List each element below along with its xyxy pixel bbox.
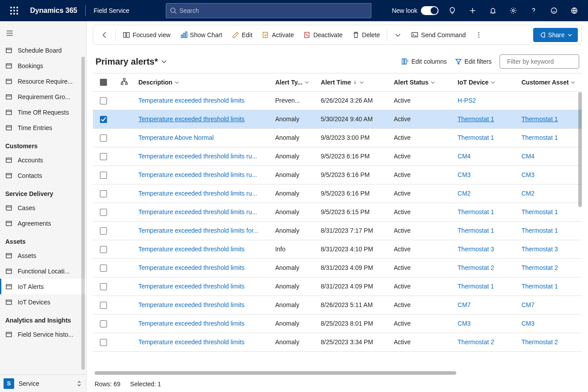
device-link[interactable]: H-PS2 (458, 97, 476, 104)
device-link[interactable]: Thermostat 1 (458, 208, 494, 215)
sidebar-scrollbar[interactable] (81, 57, 85, 370)
view-title-button[interactable]: Primary alerts* (95, 57, 168, 67)
description-link[interactable]: Temperature exceeded threshold limits (138, 97, 244, 104)
col-description[interactable]: Description (135, 73, 272, 91)
device-link[interactable]: CM2 (458, 190, 471, 197)
device-link[interactable]: Thermostat 1 (458, 227, 494, 234)
sidebar-item[interactable]: Time Off Requests (0, 104, 86, 120)
device-link[interactable]: Thermostat 3 (458, 246, 494, 253)
bell-icon[interactable] (483, 0, 503, 21)
device-link[interactable]: CM4 (458, 153, 471, 160)
description-link[interactable]: Temperature exceeded threshold limits (138, 320, 244, 327)
description-link[interactable]: Temperature exceeded threshold limits (138, 264, 244, 271)
table-row[interactable]: Temperature exceeded threshold limits ru… (93, 203, 582, 221)
show-chart-button[interactable]: Show Chart (176, 27, 227, 43)
area-switcher[interactable]: S Service (0, 374, 86, 392)
description-link[interactable]: Temperature exceeded threshold limits (138, 246, 244, 253)
device-link[interactable]: CM3 (458, 320, 471, 327)
device-link[interactable]: Thermostat 1 (458, 115, 494, 123)
edit-filters-button[interactable]: Edit filters (455, 58, 492, 65)
row-checkbox[interactable] (100, 283, 107, 290)
search-input[interactable] (177, 7, 367, 14)
table-row[interactable]: Temperature exceeded threshold limitsAno… (93, 333, 582, 351)
sidebar-item[interactable]: Requirement Gro... (0, 89, 86, 104)
checkbox-icon[interactable] (100, 79, 107, 86)
table-row[interactable]: Temperature exceeded threshold limitsPre… (93, 91, 582, 110)
sidebar-item[interactable]: IoT Devices (0, 294, 86, 310)
app-name[interactable]: Field Service (88, 7, 135, 14)
asset-link[interactable]: CM3 (522, 320, 535, 327)
row-checkbox[interactable] (100, 339, 107, 346)
asset-link[interactable]: CM2 (522, 190, 535, 197)
sidebar-item[interactable]: Cases (0, 200, 86, 215)
asset-link[interactable]: CM4 (522, 153, 535, 160)
description-link[interactable]: Temperature exceeded threshold limits ru… (138, 190, 257, 197)
row-checkbox[interactable] (100, 320, 107, 327)
row-checkbox[interactable] (100, 97, 107, 104)
table-row[interactable]: Temperature exceeded threshold limitsAno… (93, 277, 582, 296)
help-icon[interactable] (523, 0, 544, 21)
device-link[interactable]: Thermostat 2 (458, 338, 494, 346)
row-checkbox[interactable] (100, 116, 107, 123)
keyword-filter[interactable] (500, 54, 579, 69)
col-asset[interactable]: Customer Asset (518, 73, 582, 91)
asset-link[interactable]: CM7 (522, 301, 535, 308)
table-row[interactable]: Temperature exceeded threshold limits ru… (93, 184, 582, 203)
sidebar-item[interactable]: Contacts (0, 168, 86, 183)
delete-button[interactable]: Delete (348, 27, 384, 43)
description-link[interactable]: Temperature exceeded threshold limits (138, 283, 244, 290)
col-time[interactable]: Alert Time (317, 73, 390, 91)
row-checkbox[interactable] (100, 265, 107, 272)
device-link[interactable]: Thermostat 1 (458, 283, 494, 290)
row-checkbox[interactable] (100, 302, 107, 309)
grid-vertical-scrollbar[interactable] (578, 92, 582, 207)
asset-link[interactable]: Thermostat 2 (522, 338, 558, 346)
emoji-icon[interactable] (544, 0, 564, 21)
more-button[interactable] (471, 27, 487, 43)
asset-link[interactable]: Thermostat 1 (522, 208, 558, 215)
app-launcher-icon[interactable] (4, 0, 25, 21)
row-checkbox[interactable] (100, 135, 107, 142)
deactivate-button[interactable]: Deactivate (299, 27, 347, 43)
device-link[interactable]: Thermostat 2 (458, 264, 494, 271)
row-checkbox[interactable] (100, 246, 107, 253)
asset-link[interactable]: Thermostat 3 (522, 246, 558, 253)
table-row[interactable]: Temperature exceeded threshold limits ru… (93, 147, 582, 165)
global-search[interactable] (166, 3, 371, 18)
sidebar-item[interactable]: Functional Locati... (0, 263, 86, 279)
hierarchy-col[interactable] (114, 73, 134, 91)
overflow-chevron[interactable] (390, 27, 406, 43)
description-link[interactable]: Temperature exceeded threshold limits ru… (138, 208, 257, 215)
sidebar-item[interactable]: IoT Alerts (0, 279, 86, 294)
grid-horizontal-scrollbar[interactable] (93, 370, 582, 376)
device-link[interactable]: Thermostat 1 (458, 134, 494, 141)
description-link[interactable]: Temperature exceeded threshold limits (138, 301, 244, 308)
activate-button[interactable]: Activate (258, 27, 298, 43)
lightbulb-icon[interactable] (442, 0, 462, 21)
app-icon[interactable] (564, 0, 584, 21)
send-command-button[interactable]: Send Command (407, 27, 470, 43)
toggle-switch-icon[interactable] (421, 6, 439, 15)
row-checkbox[interactable] (100, 227, 107, 234)
row-checkbox[interactable] (100, 209, 107, 216)
description-link[interactable]: Temperature exceeded threshold limits fo… (138, 227, 259, 234)
add-icon[interactable] (462, 0, 483, 21)
back-button[interactable] (97, 27, 113, 43)
row-checkbox[interactable] (100, 172, 107, 179)
table-row[interactable]: Temperature exceeded threshold limitsAno… (93, 110, 582, 128)
table-row[interactable]: Temperature Above NormalAnomaly9/8/2023 … (93, 128, 582, 147)
filter-input[interactable] (506, 58, 585, 65)
sidebar-item[interactable]: Resource Require... (0, 73, 86, 89)
device-link[interactable]: CM3 (458, 171, 471, 178)
description-link[interactable]: Temperature exceeded threshold limits ru… (138, 171, 257, 178)
row-checkbox[interactable] (100, 153, 107, 160)
product-name[interactable]: Dynamics 365 (25, 7, 83, 15)
asset-link[interactable]: Thermostat 1 (522, 115, 558, 123)
description-link[interactable]: Temperature exceeded threshold limits (138, 338, 244, 346)
asset-link[interactable]: CM3 (522, 171, 535, 178)
sidebar-item[interactable]: Schedule Board (0, 42, 86, 58)
sidebar-item[interactable]: Accounts (0, 152, 86, 168)
col-device[interactable]: IoT Device (454, 73, 518, 91)
device-link[interactable]: CM7 (458, 301, 471, 308)
table-row[interactable]: Temperature exceeded threshold limits fo… (93, 221, 582, 240)
